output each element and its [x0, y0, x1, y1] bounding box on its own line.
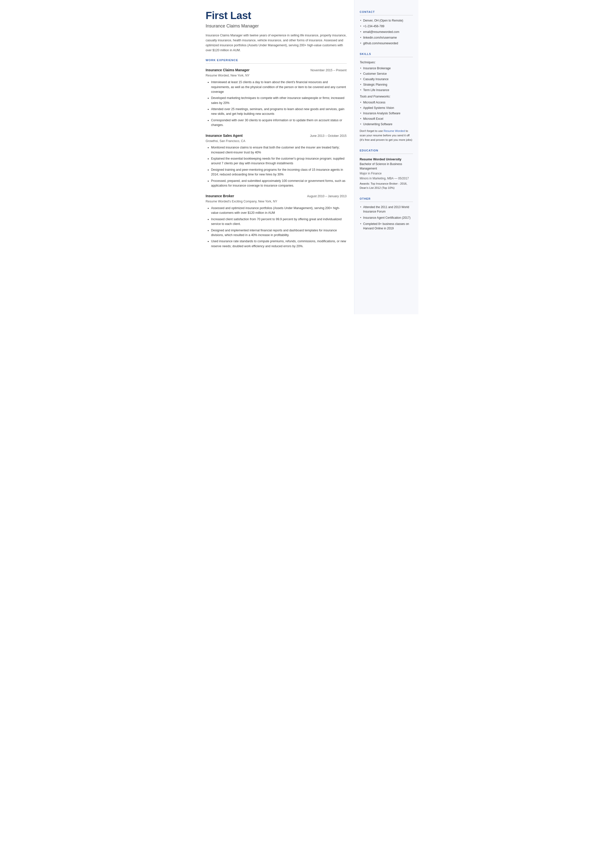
work-experience-label: WORK EXPERIENCE: [206, 58, 347, 64]
other-label: OTHER: [360, 197, 413, 202]
bullet-1-1: Interviewed at least 15 clients a day to…: [211, 80, 347, 94]
work-bullets-3: Assessed and optimized insurance portfol…: [206, 206, 347, 248]
contact-section: CONTACT Denver, OH (Open to Remote) +1-2…: [360, 10, 413, 45]
skill-technique-3: Casualty Insurance: [360, 77, 413, 81]
contact-item-phone: +1-234-456-789: [360, 24, 413, 28]
work-bullets-2: Monitored insurance claims to ensure tha…: [206, 145, 347, 188]
work-header-3: Insurance Broker August 2010 – January 2…: [206, 194, 347, 199]
skills-section: SKILLS Techniques: Insurance Brokerage C…: [360, 52, 413, 142]
skills-label: SKILLS: [360, 52, 413, 57]
work-company-2: Growthsi, San Francisco, CA: [206, 139, 347, 143]
contact-item-github: github.com/resumeworded: [360, 41, 413, 45]
work-role-3: Insurance Broker: [206, 194, 234, 199]
other-section: OTHER Attended the 2011 and 2013 World I…: [360, 197, 413, 231]
skill-tool-3: Insurance Analysis Software: [360, 111, 413, 116]
bullet-1-4: Corresponded with over 30 clients to acq…: [211, 118, 347, 128]
contact-item-email: email@resumeworded.com: [360, 30, 413, 34]
header-name: First Last: [206, 10, 347, 21]
edu-minors: Minors in Marketing, MBA — 05/2017: [360, 176, 413, 181]
work-role-2: Insurance Sales Agent: [206, 133, 243, 138]
work-company-1: Resume Worded, New York, NY: [206, 73, 347, 78]
bullet-2-2: Explained the essential bookkeeping need…: [211, 156, 347, 166]
bullet-3-2: Increased client satisfaction from 70 pe…: [211, 217, 347, 227]
bullet-3-1: Assessed and optimized insurance portfol…: [211, 206, 347, 216]
skills-tools-label: Tools and Frameworks:: [360, 94, 413, 99]
work-header-1: Insurance Claims Manager November 2015 –…: [206, 68, 347, 73]
skills-techniques-list: Insurance Brokerage Customer Service Cas…: [360, 66, 413, 92]
work-role-1: Insurance Claims Manager: [206, 68, 250, 73]
bullet-1-3: Attended over 25 meetings, seminars, and…: [211, 107, 347, 116]
promo-link[interactable]: Resume Worded: [383, 129, 405, 132]
work-entry-1: Insurance Claims Manager November 2015 –…: [206, 68, 347, 127]
skill-technique-2: Customer Service: [360, 71, 413, 76]
education-section: EDUCATION Resume Worded University Bache…: [360, 149, 413, 190]
skill-technique-4: Strategic Planning: [360, 82, 413, 87]
edu-university: Resume Worded University: [360, 157, 413, 162]
work-company-3: Resume Worded's Exciting Company, New Yo…: [206, 199, 347, 204]
skills-techniques-label: Techniques:: [360, 60, 413, 65]
bullet-2-3: Designed training and peer-mentoring pro…: [211, 168, 347, 177]
other-item-2: Insurance Agent Certification (2017): [360, 216, 413, 220]
skills-tools-list: Microsoft Access Applied Systems Vision …: [360, 100, 413, 126]
bullet-2-1: Monitored insurance claims to ensure tha…: [211, 145, 347, 155]
work-dates-3: August 2010 – January 2013: [307, 194, 347, 199]
contact-item-linkedin: linkedin.com/in/username: [360, 36, 413, 40]
work-bullets-1: Interviewed at least 15 clients a day to…: [206, 80, 347, 127]
promo-text: Don't forget to use Resume Worded to sca…: [360, 129, 413, 142]
work-entry-2: Insurance Sales Agent June 2013 – Octobe…: [206, 133, 347, 188]
bullet-3-3: Designed and implemented internal financ…: [211, 228, 347, 238]
skill-tool-1: Microsoft Access: [360, 100, 413, 105]
edu-awards: Awards: Top Insurance Broker - 2016, Dea…: [360, 182, 413, 190]
contact-item-location: Denver, OH (Open to Remote): [360, 18, 413, 23]
work-entry-3: Insurance Broker August 2010 – January 2…: [206, 194, 347, 248]
resume-page: First Last Insurance Claims Manager Insu…: [196, 0, 419, 314]
education-label: EDUCATION: [360, 149, 413, 154]
header-summary: Insurance Claims Manager with twelve yea…: [206, 33, 347, 53]
contact-list: Denver, OH (Open to Remote) +1-234-456-7…: [360, 18, 413, 45]
skill-tool-5: Underwriting Software: [360, 122, 413, 126]
bullet-3-4: Used insurance rate standards to compute…: [211, 239, 347, 248]
work-dates-1: November 2015 – Present: [310, 68, 347, 73]
skill-tool-2: Applied Systems Vision: [360, 106, 413, 110]
contact-label: CONTACT: [360, 10, 413, 16]
skill-technique-1: Insurance Brokerage: [360, 66, 413, 70]
left-column: First Last Insurance Claims Manager Insu…: [196, 0, 354, 314]
bullet-1-2: Developed marketing techniques to compet…: [211, 96, 347, 106]
edu-major: Major in Finance: [360, 171, 413, 175]
other-item-3: Completed 8+ business classes on Harvard…: [360, 222, 413, 231]
skill-technique-5: Term Life Insurance: [360, 88, 413, 92]
header-job-title: Insurance Claims Manager: [206, 23, 347, 30]
work-dates-2: June 2013 – October 2015: [310, 134, 346, 138]
other-list: Attended the 2011 and 2013 World Insuran…: [360, 205, 413, 231]
right-column: CONTACT Denver, OH (Open to Remote) +1-2…: [354, 0, 419, 314]
other-item-1: Attended the 2011 and 2013 World Insuran…: [360, 205, 413, 214]
work-header-2: Insurance Sales Agent June 2013 – Octobe…: [206, 133, 347, 138]
skill-tool-4: Microsoft Excel: [360, 116, 413, 121]
edu-degree: Bachelor of Science in Business Manageme…: [360, 162, 413, 171]
bullet-2-4: Processed, prepared, and submitted appro…: [211, 179, 347, 188]
